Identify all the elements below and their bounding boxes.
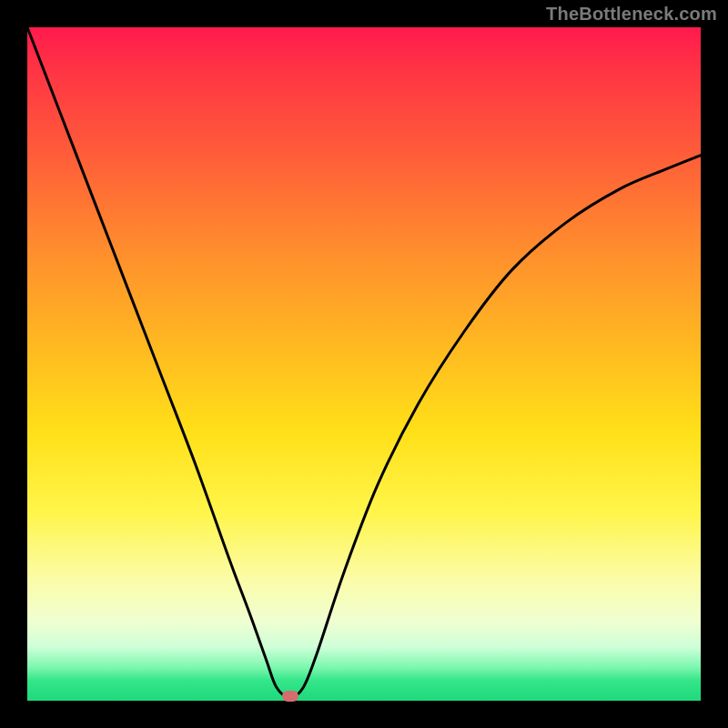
watermark-text: TheBottleneck.com [546,4,717,25]
optimal-point-marker [282,691,298,702]
plot-area [27,27,701,701]
bottleneck-curve [27,27,701,701]
chart-container: TheBottleneck.com [0,0,728,728]
